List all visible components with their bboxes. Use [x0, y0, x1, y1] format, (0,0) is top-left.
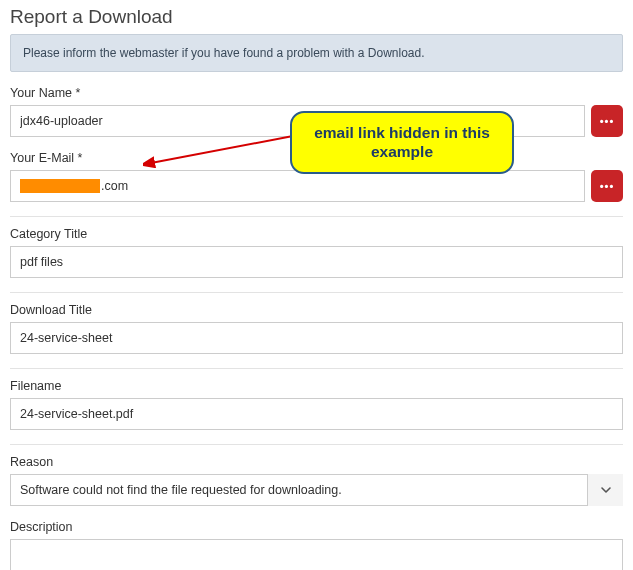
annotation-callout: email link hidden in this example — [290, 111, 514, 174]
divider — [10, 292, 623, 293]
divider — [10, 368, 623, 369]
divider — [10, 216, 623, 217]
category-input[interactable] — [10, 246, 623, 278]
filename-label: Filename — [10, 379, 623, 393]
ellipsis-icon: ••• — [600, 116, 615, 127]
download-label: Download Title — [10, 303, 623, 317]
divider — [10, 444, 623, 445]
download-input[interactable] — [10, 322, 623, 354]
name-extra-button[interactable]: ••• — [591, 105, 623, 137]
ellipsis-icon: ••• — [600, 181, 615, 192]
form-container: Report a Download Please inform the webm… — [10, 6, 623, 570]
description-label: Description — [10, 520, 623, 534]
category-label: Category Title — [10, 227, 623, 241]
page-title: Report a Download — [10, 6, 623, 28]
field-filename: Filename — [10, 379, 623, 430]
field-reason: Reason — [10, 455, 623, 506]
field-download-title: Download Title — [10, 303, 623, 354]
email-redaction — [20, 179, 100, 193]
reason-select[interactable] — [10, 474, 623, 506]
name-label: Your Name * — [10, 86, 623, 100]
info-banner: Please inform the webmaster if you have … — [10, 34, 623, 72]
description-textarea[interactable] — [10, 539, 623, 570]
filename-input[interactable] — [10, 398, 623, 430]
reason-label: Reason — [10, 455, 623, 469]
email-input[interactable]: .com — [10, 170, 585, 202]
email-extra-button[interactable]: ••• — [591, 170, 623, 202]
field-description: Description — [10, 520, 623, 570]
field-category: Category Title — [10, 227, 623, 278]
email-suffix: .com — [101, 179, 128, 193]
